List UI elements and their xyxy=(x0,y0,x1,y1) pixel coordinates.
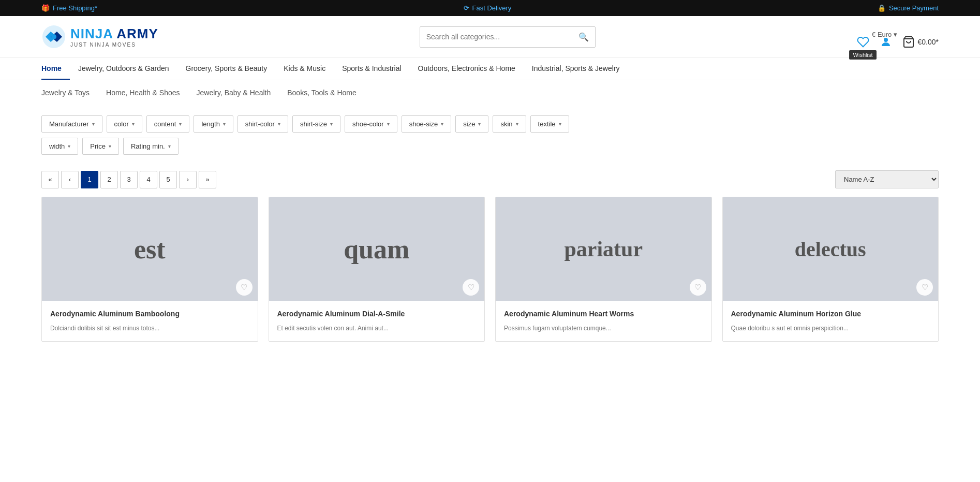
sub-nav: Jewelry & Toys Home, Health & Shoes Jewe… xyxy=(0,80,980,105)
top-bar: 🎁 Free Shipping* ⟳ Fast Delivery 🔒 Secur… xyxy=(0,0,980,16)
wishlist-heart-2[interactable]: ♡ xyxy=(463,279,479,296)
account-button[interactable] xyxy=(880,36,892,48)
product-desc-1: Dolciandi dolibis sit sit est minus toto… xyxy=(50,324,249,333)
filter-rating[interactable]: Rating min. ▾ xyxy=(123,138,179,155)
page-last[interactable]: » xyxy=(199,171,216,188)
filter-shoe-size[interactable]: shoe-size ▾ xyxy=(402,115,452,133)
subnav-jewelry-toys[interactable]: Jewelry & Toys xyxy=(41,84,98,101)
filter-length[interactable]: length ▾ xyxy=(194,115,233,133)
product-card: pariatur ♡ Aerodynamic Aluminum Heart Wo… xyxy=(495,197,712,342)
delivery-text: Fast Delivery xyxy=(472,4,512,12)
filter-color[interactable]: color ▾ xyxy=(107,115,142,133)
product-card: delectus ♡ Aerodynamic Aluminum Horizon … xyxy=(722,197,939,342)
product-name-3: Aerodynamic Aluminum Heart Worms xyxy=(504,309,703,319)
pagination: « ‹ 1 2 3 4 5 › » xyxy=(41,171,216,188)
product-image-1: est ♡ xyxy=(42,197,258,301)
chevron-down-icon: ▾ xyxy=(559,121,561,127)
page-first[interactable]: « xyxy=(41,171,59,188)
nav-link-kids[interactable]: Kids & Music xyxy=(275,58,334,80)
product-name-2: Aerodynamic Aluminum Dial-A-Smile xyxy=(277,309,477,319)
user-icon xyxy=(880,36,892,48)
subnav-home-health[interactable]: Home, Health & Shoes xyxy=(98,84,188,101)
main-nav: Home Jewelry, Outdoors & Garden Grocery,… xyxy=(0,58,980,80)
subnav-books-tools[interactable]: Books, Tools & Home xyxy=(279,84,365,101)
page-next[interactable]: › xyxy=(179,171,197,188)
page-1[interactable]: 1 xyxy=(81,171,98,188)
cart-icon xyxy=(902,36,915,48)
filter-width[interactable]: width ▾ xyxy=(41,138,78,155)
nav-item-grocery: Grocery, Sports & Beauty xyxy=(177,58,276,80)
nav-link-jewelry[interactable]: Jewelry, Outdoors & Garden xyxy=(70,58,177,80)
shipping-text: Free Shipping* xyxy=(53,4,97,12)
product-image-2: quam ♡ xyxy=(269,197,485,301)
filter-textile[interactable]: textile ▾ xyxy=(530,115,569,133)
delivery-info: ⟳ Fast Delivery xyxy=(464,4,512,12)
filter-content[interactable]: content ▾ xyxy=(146,115,190,133)
nav-link-grocery[interactable]: Grocery, Sports & Beauty xyxy=(177,58,276,80)
wishlist-heart-1[interactable]: ♡ xyxy=(236,279,253,296)
brand-tagline: JUST NINJA MOVES xyxy=(70,42,158,48)
product-info-4: Aerodynamic Aluminum Horizon Glue Quae d… xyxy=(723,301,939,341)
logo-link[interactable]: NINJA ARMY JUST NINJA MOVES xyxy=(41,24,158,49)
products-grid: est ♡ Aerodynamic Aluminum Bamboolong Do… xyxy=(0,197,980,362)
cart-amount: €0.00* xyxy=(918,38,939,46)
header: NINJA ARMY JUST NINJA MOVES 🔍 € Euro ▾ W… xyxy=(0,16,980,58)
product-info-3: Aerodynamic Aluminum Heart Worms Possimu… xyxy=(496,301,711,341)
sort-select[interactable]: Name A-Z Name Z-A Price ascending Price … xyxy=(835,170,939,188)
product-image-4: delectus ♡ xyxy=(723,197,939,301)
nav-item-industrial: Industrial, Sports & Jewelry xyxy=(524,58,628,80)
page-5[interactable]: 5 xyxy=(159,171,177,188)
page-4[interactable]: 4 xyxy=(140,171,157,188)
search-input[interactable] xyxy=(420,27,572,46)
chevron-down-icon: ▾ xyxy=(168,143,171,149)
page-2[interactable]: 2 xyxy=(100,171,118,188)
nav-link-industrial[interactable]: Industrial, Sports & Jewelry xyxy=(524,58,628,80)
filter-shirt-size[interactable]: shirt-size ▾ xyxy=(292,115,340,133)
filter-manufacturer[interactable]: Manufacturer ▾ xyxy=(41,115,102,133)
product-info-1: Aerodynamic Aluminum Bamboolong Dolciand… xyxy=(42,301,258,341)
wishlist-heart-3[interactable]: ♡ xyxy=(690,279,706,296)
nav-item-home: Home xyxy=(41,58,70,80)
header-icons: Wishlist €0.00* xyxy=(857,36,939,48)
page-prev[interactable]: ‹ xyxy=(61,171,79,188)
heart-icon xyxy=(857,36,869,48)
nav-item-kids: Kids & Music xyxy=(275,58,334,80)
product-desc-4: Quae doloribu s aut et omnis perspicitio… xyxy=(731,324,930,333)
wishlist-heart-4[interactable]: ♡ xyxy=(916,279,933,296)
nav-item-sports: Sports & Industrial xyxy=(334,58,409,80)
chevron-down-icon: ▾ xyxy=(179,121,182,127)
nav-link-home[interactable]: Home xyxy=(41,58,70,80)
svg-point-3 xyxy=(51,34,56,39)
filter-size[interactable]: size ▾ xyxy=(455,115,488,133)
nav-link-outdoors[interactable]: Outdoors, Electronics & Home xyxy=(410,58,524,80)
payment-info: 🔒 Secure Payment xyxy=(878,4,939,12)
svg-point-4 xyxy=(884,38,888,42)
cart-button[interactable]: €0.00* xyxy=(902,36,939,48)
search-button[interactable]: 🔍 xyxy=(572,27,595,47)
chevron-down-icon: ▾ xyxy=(223,121,226,127)
chevron-down-icon: ▾ xyxy=(387,121,390,127)
filter-row-2: width ▾ Price ▾ Rating min. ▾ xyxy=(41,138,939,155)
shipping-info: 🎁 Free Shipping* xyxy=(41,4,97,12)
chevron-down-icon: ▾ xyxy=(330,121,333,127)
subnav-jewelry-baby[interactable]: Jewelry, Baby & Health xyxy=(188,84,279,101)
chevron-down-icon: ▾ xyxy=(478,121,481,127)
product-image-3: pariatur ♡ xyxy=(496,197,711,301)
pagination-sort: « ‹ 1 2 3 4 5 › » Name A-Z Name Z-A Pric… xyxy=(0,160,980,197)
logo-icon xyxy=(41,24,66,49)
filter-shoe-color[interactable]: shoe-color ▾ xyxy=(345,115,397,133)
filter-price[interactable]: Price ▾ xyxy=(82,138,119,155)
search-icon: 🔍 xyxy=(578,33,589,41)
chevron-down-icon: ▾ xyxy=(109,143,111,149)
filter-skin[interactable]: skin ▾ xyxy=(493,115,526,133)
filter-shirt-color[interactable]: shirt-color ▾ xyxy=(237,115,288,133)
nav-link-sports[interactable]: Sports & Industrial xyxy=(334,58,409,80)
page-3[interactable]: 3 xyxy=(120,171,138,188)
wishlist-button[interactable] xyxy=(857,36,869,48)
product-desc-2: Et edit secutis volen con aut. Animi aut… xyxy=(277,324,477,333)
chevron-down-icon: ▾ xyxy=(441,121,443,127)
chevron-down-icon: ▾ xyxy=(278,121,280,127)
nav-item-outdoors: Outdoors, Electronics & Home xyxy=(410,58,524,80)
chevron-down-icon: ▾ xyxy=(92,121,95,127)
nav-item-jewelry: Jewelry, Outdoors & Garden xyxy=(70,58,177,80)
